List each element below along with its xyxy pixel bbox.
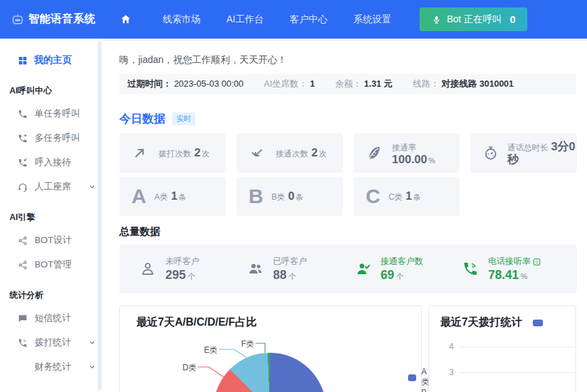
sidebar-item-label: 人工座席 <box>35 181 71 193</box>
stat-uncalled-customers: 未呼客户 295个 <box>140 256 247 282</box>
sidebar-item-multi-task-call[interactable]: 多任务呼叫 <box>18 131 96 145</box>
pie-chart[interactable] <box>214 353 326 392</box>
app-logo: 智能语音系统 <box>11 12 110 26</box>
pie-chart-title: 最近7天A/B/C/D/E/F占比 <box>136 315 257 330</box>
app-title: 智能语音系统 <box>28 12 96 26</box>
sidebar-item-label: 拨打统计 <box>35 336 71 349</box>
sidebar-item-label: 多任务呼叫 <box>35 132 81 144</box>
card-class-c: C C类 1条 <box>354 177 460 216</box>
people-icon <box>247 261 266 277</box>
flow-icon <box>18 260 28 270</box>
sidebar-item-label: BOT设计 <box>35 234 72 246</box>
sidebar-item-label: 我的主页 <box>34 54 72 66</box>
sidebar-item-my-home[interactable]: 我的主页 <box>18 53 103 67</box>
letter-c-icon: C <box>366 186 381 206</box>
sidebar-section-ai-call-center: AI呼叫中心 <box>9 85 103 97</box>
sidebar-item-label: BOT管理 <box>35 259 72 271</box>
sidebar-item-dial-stats[interactable]: 拨打统计 <box>18 336 96 349</box>
person-icon <box>140 261 159 277</box>
total-stats-card: 未呼客户 295个 已呼客户 88个 <box>119 244 577 293</box>
letter-a-icon: A <box>131 186 146 206</box>
sidebar-item-label: 短信统计 <box>35 312 71 324</box>
sidebar-item-label: 单任务呼叫 <box>35 108 81 120</box>
today-cards: 拨打次数 2次 接通次数 2次 <box>119 133 577 216</box>
pie-chart-card: 最近7天A/B/C/D/E/F占比 D类 E类 F类 A类 <box>119 305 422 392</box>
stopwatch-icon <box>483 145 500 161</box>
top-navbar: 智能语音系统 线索市场 AI工作台 客户中心 系统设置 Bot 正在呼叫 0 <box>0 0 587 39</box>
phone-icon <box>18 109 28 119</box>
dial-chart-title: 最近7天拨打统计 <box>440 315 522 330</box>
arrow-up-right-icon <box>131 145 152 161</box>
card-dial-count: 拨打次数 2次 <box>119 133 226 173</box>
total-data-title: 总量数据 <box>119 225 576 238</box>
pie-callout-e: E类 <box>199 345 218 356</box>
gridline-3: 3 <box>443 368 575 377</box>
robot-logo-icon <box>11 13 24 26</box>
stat-answer-rate: 电话接听率 ? 78.41% <box>462 256 570 282</box>
ai-seat-count: AI坐席数： 1 <box>264 78 315 90</box>
microphone-icon <box>432 15 441 24</box>
chevron-down-icon <box>88 339 96 347</box>
balance: 余额： 1.31 元 <box>335 78 392 90</box>
expire-time: 过期时间： 2023-05-03 00:00 <box>127 78 243 90</box>
card-class-b: B B类 0条 <box>237 177 343 216</box>
dashboard-grid-icon <box>18 56 28 66</box>
dial-stats-chart-card: 最近7天拨打统计 4 3 <box>428 305 576 392</box>
sidebar-item-sms-stats[interactable]: 短信统计 <box>18 311 96 325</box>
home-icon[interactable] <box>114 14 137 25</box>
sidebar-item-inbound-reception[interactable]: 呼入接待 <box>18 156 96 169</box>
sidebar-item-finance-stats[interactable]: 财务统计 <box>18 360 96 374</box>
card-answer-count: 接通次数 2次 <box>237 133 343 173</box>
card-class-a: A A类 1条 <box>119 177 226 216</box>
sidebar-item-label: 财务统计 <box>35 361 71 373</box>
line-info: 线路： 对接线路 3010001 <box>413 78 514 90</box>
stat-connected-customers: 接通客户数 69个 <box>355 256 463 282</box>
realtime-badge: 实时 <box>172 112 195 125</box>
bot-calling-button[interactable]: Bot 正在呼叫 0 <box>420 7 527 31</box>
bot-calling-label: Bot 正在呼叫 <box>447 14 502 26</box>
sidebar-item-bot-design[interactable]: BOT设计 <box>18 234 96 247</box>
phone-stats-icon <box>18 338 28 348</box>
sidebar-item-human-agent[interactable]: 人工座席 <box>18 180 96 194</box>
phone-answer-icon <box>462 261 481 277</box>
chevron-down-icon <box>88 183 96 191</box>
flow-icon <box>18 236 28 246</box>
bot-calling-count: 0 <box>510 14 515 25</box>
stat-called-customers: 已呼客户 88个 <box>247 256 355 282</box>
person-check-icon <box>355 261 374 277</box>
nav-item-customer-center[interactable]: 客户中心 <box>289 14 327 26</box>
pie-callout-d: D类 <box>178 362 197 374</box>
phone-incoming-icon <box>18 158 28 168</box>
sidebar-item-bot-manage[interactable]: BOT管理 <box>18 258 96 271</box>
pie-callout-f: F类 <box>235 339 254 350</box>
sidebar-item-label: 呼入接待 <box>35 156 71 169</box>
gridline-4: 4 <box>443 342 575 351</box>
legend-swatch-a <box>408 374 416 381</box>
sidebar-item-single-task-call[interactable]: 单任务呼叫 <box>18 107 96 121</box>
main-content: 嗨，jiadan，祝您工作顺利，天天开心！ 过期时间： 2023-05-03 0… <box>103 39 587 392</box>
agent-headset-icon <box>18 182 28 192</box>
message-icon <box>18 313 28 324</box>
today-data-title: 今日数据 <box>119 111 165 127</box>
sidebar-section-statistics: 统计分析 <box>9 290 103 301</box>
dial-legend-swatch[interactable] <box>533 320 543 326</box>
sidebar-scrollbar[interactable] <box>98 41 102 390</box>
letter-b-icon: B <box>249 186 264 206</box>
chevron-down-icon <box>88 363 96 371</box>
sidebar-section-ai-engine: AI引擎 <box>9 212 103 223</box>
account-info-bar: 过期时间： 2023-05-03 00:00 AI坐席数： 1 余额： 1.31… <box>119 74 576 94</box>
nav-item-system-settings[interactable]: 系统设置 <box>353 14 391 26</box>
greeting-text: 嗨，jiadan，祝您工作顺利，天天开心！ <box>119 54 576 66</box>
nav-item-ai-workbench[interactable]: AI工作台 <box>226 14 264 26</box>
card-answer-rate: 接通率 100.00% <box>354 133 460 173</box>
help-icon[interactable]: ? <box>533 259 540 265</box>
arrow-answered-icon <box>249 145 269 161</box>
phone-add-icon <box>18 133 28 144</box>
sidebar: 我的主页 AI呼叫中心 单任务呼叫 多任务呼叫 呼入接待 人工座席 <box>0 39 103 392</box>
feather-icon <box>366 145 386 161</box>
nav-item-leads-market[interactable]: 线索市场 <box>163 14 201 26</box>
card-total-talk-time: 通话总时长 3分0秒 <box>470 133 577 173</box>
